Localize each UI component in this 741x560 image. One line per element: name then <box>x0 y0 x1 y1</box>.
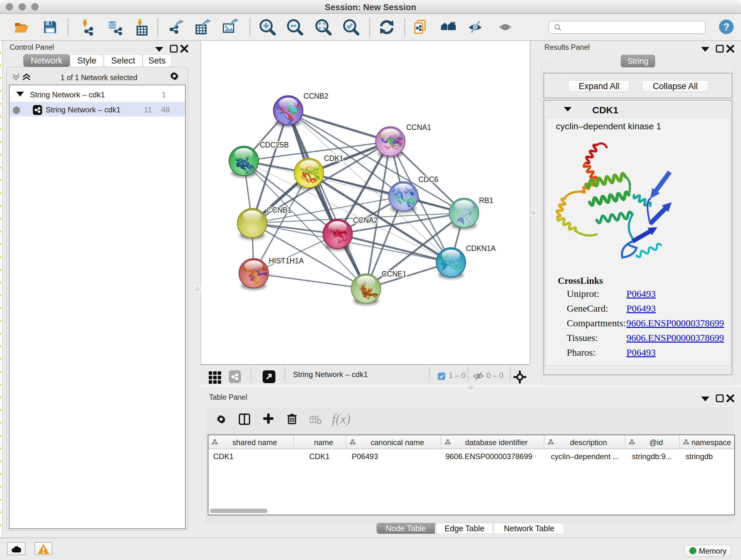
svg-text:CDK1: CDK1 <box>324 154 343 163</box>
svg-text:CCNB1: CCNB1 <box>267 206 292 214</box>
svg-text:CCNA2: CCNA2 <box>353 216 378 225</box>
svg-text:CCNB2: CCNB2 <box>304 92 328 100</box>
svg-text:RB1: RB1 <box>479 196 493 205</box>
svg-text:CDC6: CDC6 <box>418 175 439 184</box>
svg-text:CCNE1: CCNE1 <box>382 270 407 278</box>
svg-text:CCNA1: CCNA1 <box>406 123 431 132</box>
svg-text:HIST1H1A: HIST1H1A <box>269 257 304 265</box>
svg-text:CDKN1A: CDKN1A <box>466 244 496 253</box>
svg-text:CDC25B: CDC25B <box>260 141 289 149</box>
